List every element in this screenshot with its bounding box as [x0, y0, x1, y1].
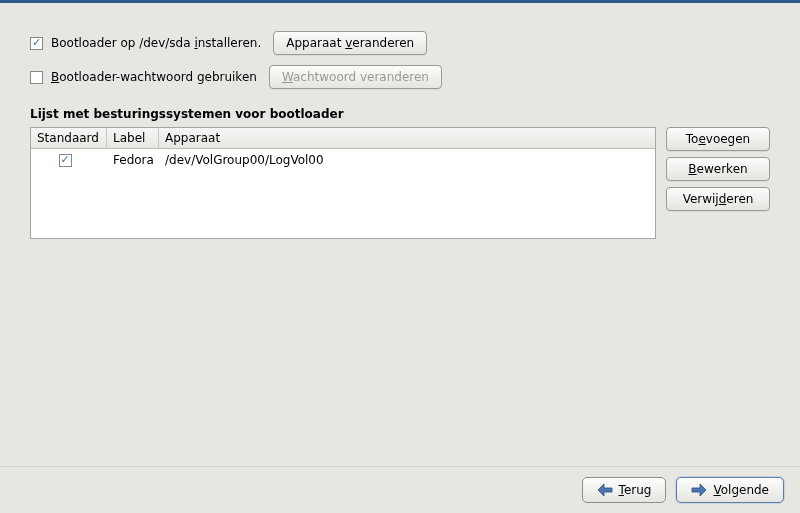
arrow-right-icon	[691, 483, 707, 497]
cell-label: Fedora	[107, 151, 159, 169]
cell-standard	[31, 152, 107, 169]
footer-nav: Terug Volgende	[0, 466, 800, 503]
label-text: eranderen	[352, 36, 414, 50]
os-table-section: Standaard Label Apparaat Fedora /dev/Vol…	[30, 127, 770, 239]
label-text: nstalleren.	[198, 36, 261, 50]
row-default-checkbox[interactable]	[59, 154, 72, 167]
change-device-button[interactable]: Apparaat veranderen	[273, 31, 427, 55]
col-header-label[interactable]: Label	[107, 128, 159, 148]
label-text: Verwij	[683, 192, 719, 206]
mnemonic: B	[688, 162, 696, 176]
label-text: ootloader-wachtwoord gebruiken	[59, 70, 257, 84]
next-button[interactable]: Volgende	[676, 477, 784, 503]
label-text: Bootloader op /dev/sda	[51, 36, 194, 50]
mnemonic: B	[51, 70, 59, 84]
label-text: olgende	[721, 483, 769, 497]
install-bootloader-label: Bootloader op /dev/sda installeren.	[51, 36, 261, 50]
col-header-device[interactable]: Apparaat	[159, 128, 655, 148]
os-table[interactable]: Standaard Label Apparaat Fedora /dev/Vol…	[30, 127, 656, 239]
arrow-left-icon	[597, 483, 613, 497]
edit-button[interactable]: Bewerken	[666, 157, 770, 181]
delete-button[interactable]: Verwijderen	[666, 187, 770, 211]
label-text: To	[686, 132, 699, 146]
label-text: Apparaat	[286, 36, 345, 50]
label-text: erug	[624, 483, 652, 497]
mnemonic: e	[698, 132, 705, 146]
cell-device: /dev/VolGroup00/LogVol00	[159, 151, 655, 169]
back-label: Terug	[619, 483, 652, 497]
bootloader-password-checkbox[interactable]	[30, 71, 43, 84]
table-row[interactable]: Fedora /dev/VolGroup00/LogVol00	[31, 149, 655, 171]
back-button[interactable]: Terug	[582, 477, 667, 503]
mnemonic: W	[282, 70, 293, 84]
next-label: Volgende	[713, 483, 769, 497]
mnemonic: V	[713, 483, 720, 497]
label-text: eren	[726, 192, 753, 206]
os-list-heading: Lijst met besturingssystemen voor bootlo…	[30, 107, 770, 121]
table-header: Standaard Label Apparaat	[31, 128, 655, 149]
label-text: voegen	[706, 132, 750, 146]
bootloader-password-label: Bootloader-wachtwoord gebruiken	[51, 70, 257, 84]
label-text: ewerken	[697, 162, 748, 176]
label-text: achtwoord veranderen	[293, 70, 429, 84]
install-bootloader-row: Bootloader op /dev/sda installeren. Appa…	[30, 31, 770, 55]
side-buttons: Toevoegen Bewerken Verwijderen	[666, 127, 770, 211]
add-button[interactable]: Toevoegen	[666, 127, 770, 151]
col-header-standard[interactable]: Standaard	[31, 128, 107, 148]
main-content: Bootloader op /dev/sda installeren. Appa…	[0, 3, 800, 239]
bootloader-password-row: Bootloader-wachtwoord gebruiken Wachtwoo…	[30, 65, 770, 89]
install-bootloader-checkbox[interactable]	[30, 37, 43, 50]
change-password-button: Wachtwoord veranderen	[269, 65, 442, 89]
